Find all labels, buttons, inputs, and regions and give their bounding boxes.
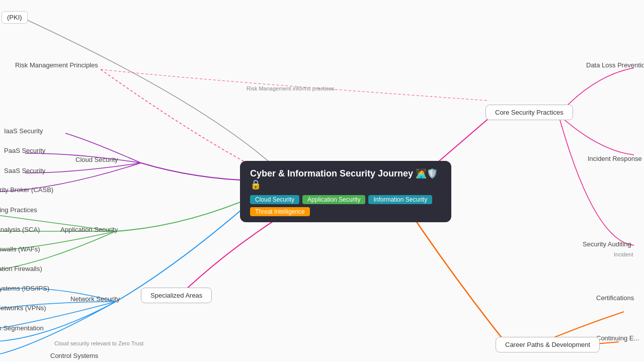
- continuing-ed-label: Continuing E...: [596, 334, 639, 342]
- ids-ips-node[interactable]: systems (IDS/IPS): [0, 285, 49, 292]
- specialized-areas-node[interactable]: Specialized Areas: [141, 288, 212, 303]
- app-security-label-node: Application Security: [60, 226, 118, 233]
- cloud-zero-trust-annotation: Cloud security relevant to Zero Trust: [54, 340, 143, 346]
- career-paths-node[interactable]: Career Paths & Development: [496, 337, 600, 352]
- control-sys-node[interactable]: Control Systems: [50, 352, 98, 359]
- net-security-label-node: Network Security: [70, 295, 120, 303]
- tag-app-security[interactable]: Application Security: [302, 195, 365, 204]
- specialized-areas-label: Specialized Areas: [150, 292, 202, 299]
- saas-label: SaaS Security: [4, 167, 45, 174]
- vpn-node[interactable]: Networks (VPNs): [0, 304, 46, 312]
- core-security-label: Core Security Practices: [495, 109, 564, 116]
- cloud-security-label: Cloud Security: [75, 156, 118, 163]
- pki-label: (PKI): [2, 11, 28, 24]
- incident-response-label: Incident Response: [588, 155, 642, 162]
- ids-ips-label: systems (IDS/IPS): [0, 285, 49, 292]
- control-sys-label: Control Systems: [50, 352, 98, 359]
- coding-practices-label: ding Practices: [0, 206, 37, 214]
- security-auditing-node[interactable]: Security Auditing: [583, 240, 631, 248]
- coding-practices-node[interactable]: ding Practices: [0, 206, 37, 214]
- app-firewalls-node[interactable]: ration Firewalls): [0, 265, 42, 273]
- incident-response-node[interactable]: Incident Response: [588, 155, 642, 162]
- certifications-label: Certifications: [596, 294, 634, 302]
- tag-cloud-security[interactable]: Cloud Security: [250, 195, 299, 204]
- waf-label: rewalls (WAFs): [0, 245, 40, 253]
- center-node[interactable]: Cyber & Information Security Journey 🧑‍💻…: [240, 161, 451, 222]
- casb-node[interactable]: urity Broker (CASB): [0, 186, 53, 194]
- incident-label-partial: Incident: [614, 251, 633, 257]
- saas-node[interactable]: SaaS Security: [4, 167, 45, 174]
- sca-node[interactable]: Analysis (SCA): [0, 226, 40, 233]
- casb-label: urity Broker (CASB): [0, 186, 53, 194]
- center-tags: Cloud Security Application Security Info…: [250, 195, 441, 216]
- iaas-node[interactable]: IaaS Security: [4, 127, 43, 135]
- data-loss-label: Data Loss Preventio: [586, 61, 644, 69]
- app-firewalls-label: ration Firewalls): [0, 265, 42, 273]
- net-security-label: Network Security: [70, 295, 120, 303]
- waf-node[interactable]: rewalls (WAFs): [0, 245, 40, 253]
- vpn-label: Networks (VPNs): [0, 304, 46, 312]
- net-seg-node[interactable]: rk Segmentation: [0, 324, 44, 332]
- sca-label: Analysis (SCA): [0, 226, 40, 233]
- data-loss-node[interactable]: Data Loss Preventio: [586, 61, 644, 69]
- iaas-label: IaaS Security: [4, 127, 43, 135]
- tag-info-security[interactable]: Information Security: [368, 195, 432, 204]
- paas-label: PaaS Security: [4, 147, 45, 154]
- career-paths-label: Career Paths & Development: [505, 341, 590, 348]
- security-auditing-label: Security Auditing: [583, 240, 631, 248]
- center-title: Cyber & Information Security Journey 🧑‍💻…: [250, 168, 441, 190]
- paas-node[interactable]: PaaS Security: [4, 147, 45, 154]
- net-seg-label: rk Segmentation: [0, 324, 44, 332]
- core-security-node[interactable]: Core Security Practices: [486, 105, 573, 120]
- continuing-ed-node[interactable]: Continuing E...: [596, 334, 639, 342]
- certifications-node[interactable]: Certifications: [596, 294, 634, 302]
- risk-mgmt-node[interactable]: Risk Management Principles: [15, 61, 98, 69]
- app-security-label: Application Security: [60, 226, 118, 233]
- risk-informs-annotation: Risk Management informs practices: [247, 85, 335, 92]
- pki-node[interactable]: (PKI): [2, 11, 28, 24]
- risk-mgmt-label: Risk Management Principles: [15, 61, 98, 69]
- cloud-security-label-node: Cloud Security: [75, 156, 118, 163]
- tag-threat-intel[interactable]: Threat Intelligence: [250, 207, 310, 216]
